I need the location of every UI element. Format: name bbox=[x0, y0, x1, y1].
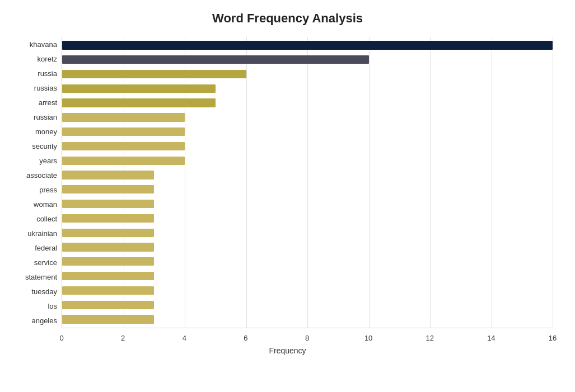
y-label: service bbox=[34, 256, 57, 270]
bar bbox=[62, 55, 369, 64]
bar bbox=[62, 301, 154, 309]
bar bbox=[62, 41, 553, 49]
grid-line bbox=[553, 37, 553, 328]
x-tick-label: 0 bbox=[59, 334, 63, 342]
x-tick-label: 12 bbox=[426, 334, 434, 342]
x-tick-label: 4 bbox=[183, 334, 186, 342]
y-label: koretz bbox=[38, 51, 57, 66]
bar bbox=[62, 113, 185, 121]
x-tick-label: 8 bbox=[305, 334, 309, 342]
y-label: associate bbox=[26, 168, 57, 182]
bar bbox=[62, 98, 216, 107]
bar bbox=[62, 142, 185, 150]
bar bbox=[62, 70, 246, 78]
bar bbox=[62, 157, 185, 165]
y-axis-labels: khavanakoretzrussiarussiasarrestrussianm… bbox=[11, 37, 62, 328]
y-label: security bbox=[32, 139, 57, 153]
bar-row bbox=[62, 125, 553, 139]
bar bbox=[62, 286, 154, 295]
bar-row bbox=[62, 110, 553, 125]
bar-row bbox=[62, 254, 553, 269]
y-label: ukrainian bbox=[27, 226, 57, 241]
y-label: money bbox=[35, 124, 57, 139]
x-tick-label: 2 bbox=[121, 334, 125, 342]
x-tick-label: 14 bbox=[487, 334, 495, 342]
y-label: angeles bbox=[31, 314, 57, 328]
y-label: statement bbox=[25, 270, 57, 285]
y-label: tuesday bbox=[31, 285, 57, 299]
bar-row bbox=[62, 153, 553, 168]
bar-row bbox=[62, 269, 553, 284]
bar-row bbox=[62, 53, 553, 67]
y-label: khavana bbox=[30, 37, 57, 51]
bar bbox=[62, 200, 154, 208]
y-label: woman bbox=[34, 197, 57, 212]
bar bbox=[62, 185, 154, 193]
bar-row bbox=[62, 297, 553, 312]
y-label: russia bbox=[38, 66, 57, 81]
bar bbox=[62, 214, 154, 223]
bar-row bbox=[62, 67, 553, 82]
x-axis-title: Frequency bbox=[11, 346, 564, 355]
y-label: russian bbox=[34, 110, 57, 124]
bar bbox=[62, 257, 154, 266]
bar-row bbox=[62, 182, 553, 197]
bar bbox=[62, 243, 154, 251]
bar-row bbox=[62, 240, 553, 254]
bar-row bbox=[62, 225, 553, 240]
bar-row bbox=[62, 38, 553, 53]
x-tick-label: 6 bbox=[244, 334, 247, 342]
x-axis-ticks: 0246810121416 bbox=[62, 334, 553, 345]
bar-row bbox=[62, 284, 553, 298]
bar-row bbox=[62, 81, 553, 96]
bars-wrapper bbox=[62, 37, 553, 328]
bar-row bbox=[62, 96, 553, 110]
x-tick-label: 16 bbox=[549, 334, 557, 342]
x-tick-label: 10 bbox=[364, 334, 372, 342]
y-label: arrest bbox=[39, 95, 57, 110]
y-label: federal bbox=[35, 241, 57, 256]
y-label: press bbox=[39, 182, 57, 197]
bar bbox=[62, 315, 154, 323]
y-label: russias bbox=[34, 81, 57, 95]
bar bbox=[62, 127, 185, 136]
bar bbox=[62, 272, 154, 280]
chart-title: Word Frequency Analysis bbox=[11, 11, 564, 26]
y-label: years bbox=[39, 153, 57, 168]
y-label: los bbox=[48, 299, 57, 314]
bar-row bbox=[62, 139, 553, 154]
bars-area bbox=[62, 37, 553, 328]
bar-row bbox=[62, 168, 553, 182]
bar-row bbox=[62, 197, 553, 211]
bar bbox=[62, 171, 154, 179]
bar bbox=[62, 229, 154, 237]
bar bbox=[62, 84, 216, 93]
y-label: collect bbox=[36, 212, 57, 226]
chart-container: Word Frequency Analysis khavanakoretzrus… bbox=[0, 0, 575, 392]
bar-row bbox=[62, 312, 553, 327]
bar-row bbox=[62, 211, 553, 226]
